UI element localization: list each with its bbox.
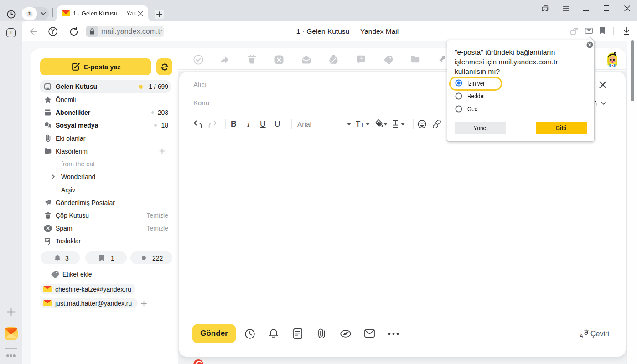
svg-text:1: 1 <box>28 11 31 16</box>
svg-text:A: A <box>580 333 583 338</box>
